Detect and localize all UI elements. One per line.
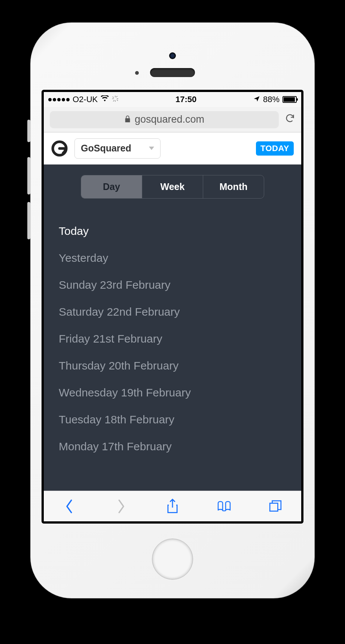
safari-toolbar (44, 491, 301, 521)
clock-label: 17:50 (175, 95, 196, 104)
lock-icon (124, 114, 131, 125)
mute-switch (27, 120, 30, 142)
gosquared-logo-icon[interactable] (51, 140, 68, 157)
carrier-label: O2-UK (73, 95, 98, 104)
date-option[interactable]: Wednesday 19th February (59, 386, 286, 399)
chevron-down-icon (149, 147, 154, 150)
date-option[interactable]: Tuesday 18th February (59, 413, 286, 426)
date-picker-pane: Day Week Month Today Yesterday Sunday 23… (44, 165, 301, 491)
vol-up (27, 157, 30, 194)
speaker (150, 68, 195, 77)
svg-rect-5 (117, 99, 118, 101)
date-option[interactable]: Thursday 20th February (59, 359, 286, 372)
date-option[interactable]: Monday 17th February (59, 440, 286, 453)
svg-rect-1 (115, 100, 116, 102)
loading-spinner-icon (112, 95, 119, 104)
date-option[interactable]: Today (59, 225, 286, 237)
iphone-frame: O2-UK 17:50 88% (30, 22, 315, 598)
bookmarks-icon[interactable] (217, 499, 232, 514)
segment-month[interactable]: Month (203, 175, 264, 198)
date-option[interactable]: Sunday 23rd February (59, 279, 286, 291)
battery-pct-label: 88% (263, 95, 280, 104)
date-option[interactable]: Friday 21st February (59, 332, 286, 345)
segment-week[interactable]: Week (142, 175, 203, 198)
tabs-icon[interactable] (268, 499, 283, 514)
home-button[interactable] (152, 539, 193, 580)
ios-statusbar: O2-UK 17:50 88% (44, 92, 301, 107)
back-icon[interactable] (62, 499, 77, 514)
signal-dots-icon (48, 98, 70, 101)
date-option[interactable]: Saturday 22nd February (59, 306, 286, 318)
address-field[interactable]: gosquared.com (50, 111, 279, 128)
segment-day[interactable]: Day (81, 175, 142, 198)
site-selector-label: GoSquared (81, 143, 131, 154)
safari-urlbar[interactable]: gosquared.com (44, 107, 301, 132)
wifi-icon (101, 95, 109, 104)
svg-rect-6 (116, 96, 117, 97)
site-selector[interactable]: GoSquared (74, 138, 161, 159)
svg-rect-4 (113, 96, 114, 98)
battery-icon (283, 96, 297, 103)
date-option[interactable]: Yesterday (59, 252, 286, 264)
range-segmented-control: Day Week Month (81, 175, 264, 199)
date-list[interactable]: Today Yesterday Sunday 23rd February Sat… (44, 199, 301, 453)
domain-label: gosquared.com (135, 114, 204, 125)
svg-rect-0 (115, 96, 116, 98)
reload-icon[interactable] (285, 113, 295, 126)
share-icon[interactable] (165, 499, 180, 514)
location-icon (253, 95, 260, 104)
svg-rect-3 (117, 98, 119, 99)
svg-rect-9 (270, 503, 278, 511)
proximity-sensor (135, 71, 139, 75)
svg-rect-7 (113, 100, 115, 102)
vol-down (27, 202, 30, 239)
screen: O2-UK 17:50 88% (42, 90, 303, 524)
front-camera (169, 52, 176, 59)
today-button[interactable]: TODAY (256, 141, 294, 156)
svg-rect-2 (112, 98, 114, 99)
app-header: GoSquared TODAY (44, 132, 301, 165)
forward-icon (113, 499, 128, 514)
